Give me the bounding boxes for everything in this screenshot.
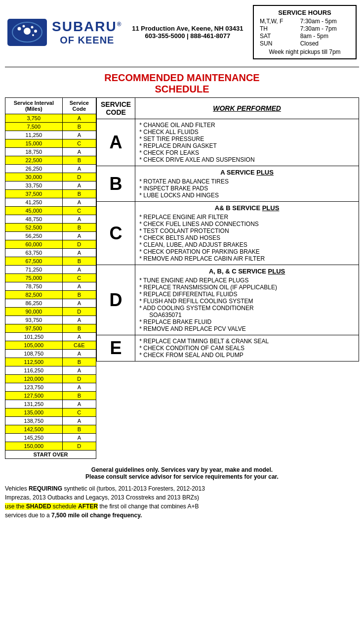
interval-row: 108,750A (5, 350, 96, 358)
hours-day-2: TH (260, 25, 296, 32)
interval-code: A (62, 434, 96, 442)
interval-code: A (62, 316, 96, 324)
interval-miles: 101,250 (5, 333, 63, 341)
interval-code: B (62, 358, 96, 366)
interval-miles: 33,750 (5, 181, 63, 190)
hours-time-3: 8am - 5pm (300, 33, 350, 40)
interval-miles: 26,250 (5, 165, 63, 173)
interval-code: A (62, 266, 96, 274)
interval-miles: 145,250 (5, 434, 63, 442)
interval-row: 97,500B (5, 324, 96, 333)
service-d-row: D A, B, & C SERVICE PLUS * TUNE ENGINE A… (97, 265, 359, 335)
interval-code: B (62, 156, 96, 165)
interval-code: A (62, 148, 96, 156)
service-d-item-1: * TUNE ENGINE AND REPLACE PLUGS (139, 277, 355, 284)
service-c-item-6: * CHECK OPERATION OF PARKING BRAKE (139, 248, 355, 255)
main-content: RECOMMENDED MAINTENANCE SCHEDULE Service… (0, 70, 364, 461)
service-b-title: A SERVICE PLUS (139, 169, 355, 176)
hours-title: SERVICE HOURS (260, 9, 350, 16)
service-c-item-2: * CHECK FUEL LINES AND CONNECTIONS (139, 221, 355, 227)
interval-row: 90,000D (5, 308, 96, 316)
interval-code: D (62, 240, 96, 249)
interval-row: 142,500B (5, 425, 96, 434)
interval-row: 33,750A (5, 181, 96, 190)
interval-miles: 63,750 (5, 249, 63, 257)
interval-row: 93,750A (5, 316, 96, 324)
service-e-row: E * REPLACE CAM TIMING BELT & CRANK SEAL… (97, 335, 359, 362)
interval-miles: 48,750 (5, 215, 63, 224)
work-performed-col-header: WORK PERFORMED (135, 98, 359, 119)
service-a-content: * CHANGE OIL AND FILTER * CHECK ALL FLUI… (135, 119, 359, 166)
interval-row: 138,750A (5, 417, 96, 425)
page-header: SUBARU® OF KEENE 11 Production Ave, Keen… (0, 0, 364, 64)
footer-guideline: General guidelines only. Services vary b… (5, 466, 359, 480)
interval-miles: 71,250 (5, 266, 63, 274)
interval-miles: 120,000 (5, 375, 63, 383)
interval-row: 123,750A (5, 383, 96, 392)
interval-code: D (62, 308, 96, 316)
interval-code: A (62, 165, 96, 173)
service-b-row: B A SERVICE PLUS * ROTATE AND BALANCE TI… (97, 166, 359, 202)
service-a-item-4: * REPLACE DRAIN GASKET (139, 142, 355, 149)
footer-note: Vehicles REQUIRING synthetic oil (turbos… (5, 484, 359, 520)
hours-time-1: 7:30am - 5pm (300, 18, 350, 25)
interval-miles: 105,000 (5, 341, 63, 350)
interval-code: D (62, 442, 96, 451)
interval-code: A (62, 333, 96, 341)
dealership-name: SUBARU® OF KEENE (52, 19, 122, 46)
interval-miles: 108,750 (5, 350, 63, 358)
interval-row: 116,250A (5, 366, 96, 375)
interval-row: 60,000D (5, 240, 96, 249)
interval-row: 131,250A (5, 400, 96, 408)
interval-code: A (62, 417, 96, 425)
service-d-letter: D (97, 265, 135, 335)
interval-code: A (62, 114, 96, 123)
hours-note: Week night pickups till 7pm (260, 48, 350, 55)
interval-code: C (62, 408, 96, 417)
code-header: Service Code (62, 98, 96, 114)
schedule-title: RECOMMENDED MAINTENANCE SCHEDULE (5, 72, 359, 95)
start-over-label: START OVER (5, 451, 96, 459)
service-a-item-5: * CHECK FOR LEAKS (139, 149, 355, 156)
interval-miles: 86,250 (5, 299, 63, 308)
interval-miles: 67,500 (5, 257, 63, 266)
service-c-row: C A& B SERVICE PLUS * REPLACE ENGINE AIR… (97, 202, 359, 265)
footer-note-line1: Vehicles REQUIRING synthetic oil (turbos… (5, 485, 205, 492)
interval-miles: 123,750 (5, 383, 63, 392)
hours-day-4: SUN (260, 40, 296, 47)
footer-note-line4: services due to a 7,500 mile oil change … (5, 512, 142, 519)
hours-box: SERVICE HOURS M,T,W, F 7:30am - 5pm TH 7… (253, 5, 357, 59)
interval-code: A (62, 232, 96, 240)
service-c-content: A& B SERVICE PLUS * REPLACE ENGINE AIR F… (135, 202, 359, 265)
subaru-logo-icon (7, 19, 47, 46)
interval-row: 30,000D (5, 173, 96, 181)
svg-point-2 (24, 28, 31, 35)
service-c-item-7: * REMOVE AND REPLACE CABIN AIR FILTER (139, 255, 355, 262)
interval-miles: 30,000 (5, 173, 63, 181)
interval-code: B (62, 324, 96, 333)
interval-miles: 93,750 (5, 316, 63, 324)
interval-miles: 60,000 (5, 240, 63, 249)
service-b-item-2: * INSPECT BRAKE PADS (139, 185, 355, 192)
interval-row: 145,250A (5, 434, 96, 442)
interval-row: 120,000D (5, 375, 96, 383)
service-d-item-7: * REMOVE AND REPLACE PCV VALVE (139, 325, 355, 332)
interval-code: A (62, 249, 96, 257)
interval-row: 63,750A (5, 249, 96, 257)
interval-row: 18,750A (5, 148, 96, 156)
service-e-letter: E (97, 335, 135, 362)
interval-code: C (62, 139, 96, 148)
service-a-row: A * CHANGE OIL AND FILTER * CHECK ALL FL… (97, 119, 359, 166)
interval-row: 86,250A (5, 299, 96, 308)
service-b-item-1: * ROTATE AND BALANCE TIRES (139, 178, 355, 185)
interval-row: 48,750A (5, 215, 96, 224)
interval-code: C (62, 274, 96, 282)
interval-code: B (62, 190, 96, 198)
interval-code: A (62, 282, 96, 291)
service-a-item-3: * SET TIRE PRESSURE (139, 136, 355, 142)
address-line1: 11 Production Ave, Keene, NH 03431 (130, 25, 245, 32)
service-e-item-2: * CHECK CONDITION OF CAM SEALS (139, 345, 355, 352)
interval-miles: 135,000 (5, 408, 63, 417)
interval-miles: 97,500 (5, 324, 63, 333)
service-description-table: SERVICE CODE WORK PERFORMED A * C (96, 97, 359, 362)
